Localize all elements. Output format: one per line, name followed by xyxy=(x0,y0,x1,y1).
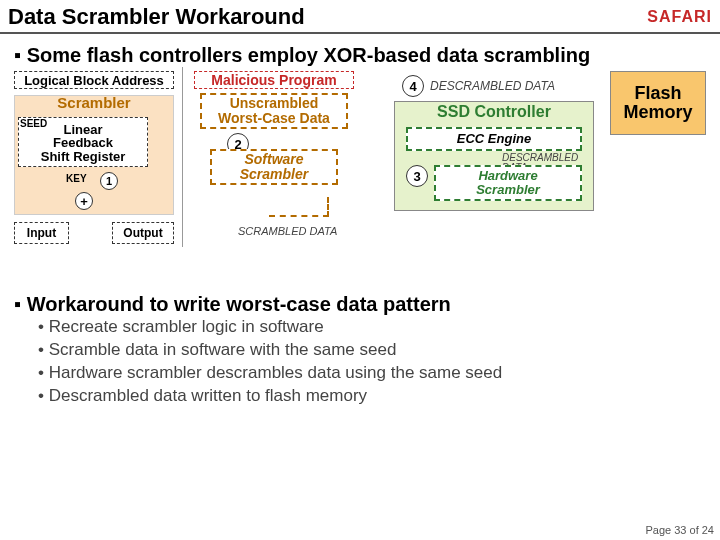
heading-2: Workaround to write worst-case data patt… xyxy=(14,293,706,316)
page-footer: Page 33 of 24 xyxy=(645,524,714,536)
worst-case-data-box: Unscrambled Worst-Case Data xyxy=(200,93,348,129)
flash-memory-box: Flash Memory xyxy=(610,71,706,135)
ssd-controller-label: SSD Controller xyxy=(414,103,574,121)
bullet-list: Recreate scrambler logic in software Scr… xyxy=(38,316,706,408)
flow-arrow xyxy=(269,197,329,217)
bullet-item: Hardware scrambler descrambles data usin… xyxy=(38,362,706,385)
key-label: KEY xyxy=(66,173,87,184)
seed-label: SEED xyxy=(20,118,47,129)
step-4-badge: 4 xyxy=(402,75,424,97)
bullet-item: Scramble data in software with the same … xyxy=(38,339,706,362)
divider xyxy=(182,67,183,247)
step-1-badge: 1 xyxy=(100,172,118,190)
ecc-engine-box: ECC Engine xyxy=(406,127,582,151)
scrambled-data-label: SCRAMBLED DATA xyxy=(238,225,337,237)
header: Data Scrambler Workaround SAFARI xyxy=(0,0,720,34)
output-box: Output xyxy=(112,222,174,244)
heading-1: Some flash controllers employ XOR-based … xyxy=(14,44,706,67)
scrambler-label: Scrambler xyxy=(14,94,174,111)
page-title: Data Scrambler Workaround xyxy=(8,4,305,30)
safari-logo: SAFARI xyxy=(647,8,712,26)
diagram: Logical Block Address Scrambler Linear F… xyxy=(14,67,706,277)
input-box: Input xyxy=(14,222,69,244)
bullet-item: Descrambled data written to flash memory xyxy=(38,385,706,408)
software-scrambler-box: Software Scrambler xyxy=(210,149,338,185)
content: Some flash controllers employ XOR-based … xyxy=(0,34,720,408)
malicious-program-box: Malicious Program xyxy=(194,71,354,89)
lba-box: Logical Block Address xyxy=(14,71,174,89)
step-3-badge: 3 xyxy=(406,165,428,187)
xor-icon: + xyxy=(75,192,93,210)
hardware-scrambler-box: Hardware Scrambler xyxy=(434,165,582,201)
bullet-item: Recreate scrambler logic in software xyxy=(38,316,706,339)
descrambled-data-label: DESCRAMBLED DATA xyxy=(430,79,555,93)
